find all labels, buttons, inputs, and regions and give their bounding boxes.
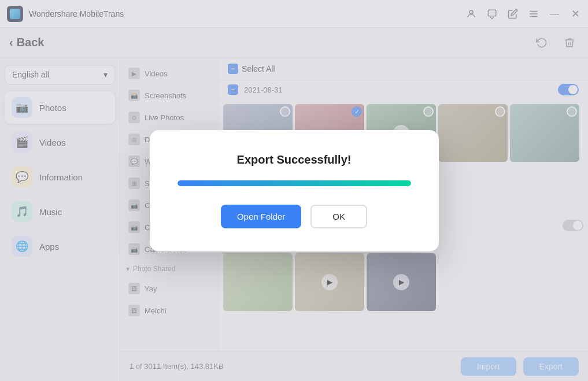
modal-overlay: Export Successfully! Open Folder OK <box>0 0 588 381</box>
modal-buttons: Open Folder OK <box>221 205 367 228</box>
open-folder-button[interactable]: Open Folder <box>221 205 301 228</box>
export-success-modal: Export Successfully! Open Folder OK <box>150 130 439 251</box>
modal-title: Export Successfully! <box>237 153 352 167</box>
progress-bar-container <box>177 180 411 186</box>
progress-bar-fill <box>177 180 411 186</box>
ok-button[interactable]: OK <box>310 205 367 228</box>
